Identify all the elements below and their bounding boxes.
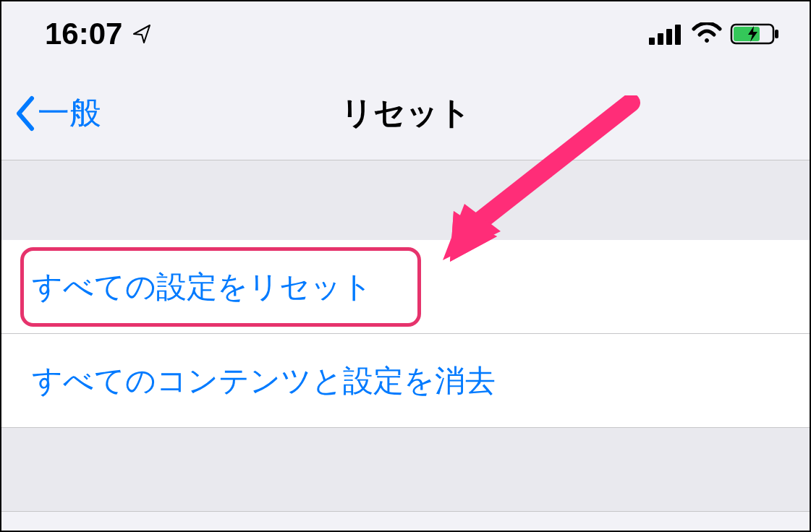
cellular-signal-icon <box>647 23 684 45</box>
list-item-label: すべての設定をリセット <box>32 267 373 307</box>
list-item-label: すべてのコンテンツと設定を消去 <box>32 361 496 401</box>
wifi-icon <box>691 22 723 46</box>
navigation-bar: 一般 リセット <box>1 66 810 160</box>
section-divider <box>1 160 810 240</box>
status-time: 16:07 <box>45 17 122 51</box>
status-bar-right <box>647 22 781 46</box>
svg-rect-0 <box>649 38 655 45</box>
erase-all-content-row[interactable]: すべてのコンテンツと設定を消去 <box>1 334 810 428</box>
page-title: リセット <box>341 92 471 134</box>
status-bar-left: 16:07 <box>45 17 154 51</box>
battery-icon <box>730 22 781 46</box>
svg-rect-1 <box>658 33 663 45</box>
svg-rect-6 <box>775 30 778 38</box>
chevron-left-icon <box>14 95 36 132</box>
status-bar: 16:07 <box>1 1 810 66</box>
back-button-label: 一般 <box>38 92 101 134</box>
svg-rect-3 <box>675 25 681 45</box>
location-icon <box>131 22 154 46</box>
reset-all-settings-row[interactable]: すべての設定をリセット <box>1 240 810 334</box>
content-area: すべての設定をリセット すべてのコンテンツと設定を消去 <box>1 160 810 512</box>
svg-rect-2 <box>666 29 672 45</box>
back-button[interactable]: 一般 <box>14 92 101 134</box>
section-divider <box>1 428 810 512</box>
